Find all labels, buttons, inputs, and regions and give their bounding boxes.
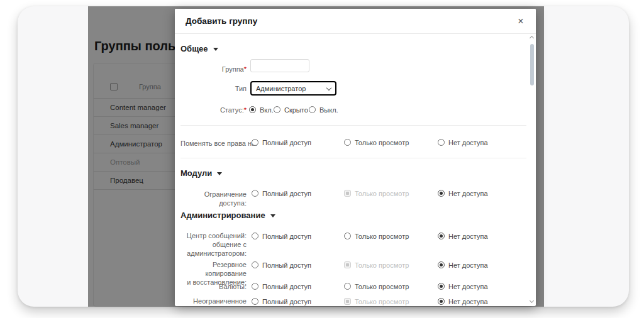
scroll-down-icon[interactable] xyxy=(530,299,534,303)
group-name-input[interactable] xyxy=(250,59,309,72)
radio-icon xyxy=(344,261,351,268)
message-center-no-access-radio[interactable]: Нет доступа xyxy=(438,232,488,240)
status-radio-hidden[interactable]: Скрыто xyxy=(274,106,308,114)
caret-down-icon xyxy=(213,48,218,51)
access-restriction-label: Ограничение доступа: xyxy=(180,190,247,207)
currencies-label: Валюты: xyxy=(180,282,247,291)
status-radio-on[interactable]: Вкл. xyxy=(249,106,274,114)
radio-icon xyxy=(249,106,256,113)
group-field-label: Группа* xyxy=(180,65,247,74)
unlimited-view-only-radio: Только просмотр xyxy=(344,297,409,305)
caret-down-icon xyxy=(217,172,222,175)
backup-view-only-radio: Только просмотр xyxy=(344,261,409,269)
modal-scrollbar[interactable] xyxy=(530,35,535,305)
radio-icon xyxy=(274,106,280,113)
radio-icon xyxy=(438,139,445,146)
status-field-label: Статус:* xyxy=(180,106,247,114)
section-modules[interactable]: Модули xyxy=(180,168,222,178)
currencies-no-access-radio[interactable]: Нет доступа xyxy=(438,282,488,290)
modal-title: Добавить группу xyxy=(186,16,257,26)
section-administration[interactable]: Администрирование xyxy=(180,211,275,220)
restriction-view-only-radio: Только просмотр xyxy=(344,189,409,197)
radio-icon xyxy=(252,298,258,305)
restriction-no-access-radio[interactable]: Нет доступа xyxy=(438,189,488,197)
radio-icon xyxy=(344,298,351,305)
required-mark: * xyxy=(244,106,247,114)
change-all-label: Поменять все права на: xyxy=(180,140,257,147)
backup-full-access-radio[interactable]: Полный доступ xyxy=(252,261,311,269)
radio-icon xyxy=(309,106,316,113)
change-all-no-access-radio[interactable]: Нет доступа xyxy=(438,138,488,146)
message-center-full-access-radio[interactable]: Полный доступ xyxy=(252,232,311,240)
radio-icon xyxy=(344,283,351,290)
radio-icon xyxy=(252,261,258,268)
add-group-modal: Добавить группу × Общее Группа* Тип Адми… xyxy=(175,9,536,306)
radio-icon xyxy=(252,139,258,146)
unlimited-no-access-radio[interactable]: Нет доступа xyxy=(438,297,488,305)
screenshot-root: Группы польз Группа Content manager Sale… xyxy=(0,0,644,318)
radio-icon xyxy=(252,190,258,197)
restriction-full-access-radio[interactable]: Полный доступ xyxy=(252,189,311,197)
chevron-down-icon xyxy=(326,85,331,90)
scrollbar-thumb[interactable] xyxy=(530,44,534,85)
modal-header: Добавить группу × xyxy=(175,9,536,34)
required-mark: * xyxy=(244,65,247,73)
backup-no-access-radio[interactable]: Нет доступа xyxy=(438,261,488,269)
status-radio-off[interactable]: Выкл. xyxy=(309,106,338,114)
radio-icon xyxy=(438,283,445,290)
change-all-full-access-radio[interactable]: Полный доступ xyxy=(252,138,311,146)
radio-icon xyxy=(344,139,351,146)
divider xyxy=(180,125,526,126)
radio-icon xyxy=(438,190,445,197)
message-center-view-only-radio[interactable]: Только просмотр xyxy=(344,232,409,240)
radio-icon xyxy=(438,233,445,239)
radio-icon xyxy=(252,233,258,239)
close-icon[interactable]: × xyxy=(514,15,527,28)
divider xyxy=(180,158,526,158)
unlimited-full-access-radio[interactable]: Полный доступ xyxy=(252,297,311,305)
type-field-label: Тип xyxy=(180,85,247,93)
section-general[interactable]: Общее xyxy=(180,44,218,53)
radio-icon xyxy=(252,283,258,290)
change-all-view-only-radio[interactable]: Только просмотр xyxy=(344,138,409,146)
radio-icon xyxy=(344,190,351,197)
message-center-label: Центр сообщений: общение с администратор… xyxy=(180,231,247,258)
scroll-up-icon[interactable] xyxy=(530,36,534,40)
currencies-view-only-radio[interactable]: Только просмотр xyxy=(344,282,409,290)
caret-down-icon xyxy=(270,214,275,217)
radio-icon xyxy=(438,298,445,305)
type-select[interactable]: Администратор xyxy=(250,81,336,96)
radio-icon xyxy=(344,233,351,239)
radio-icon xyxy=(438,261,445,268)
type-select-value: Администратор xyxy=(256,85,306,92)
currencies-full-access-radio[interactable]: Полный доступ xyxy=(252,282,311,290)
unlimited-label: Неограниченное xyxy=(180,297,247,305)
